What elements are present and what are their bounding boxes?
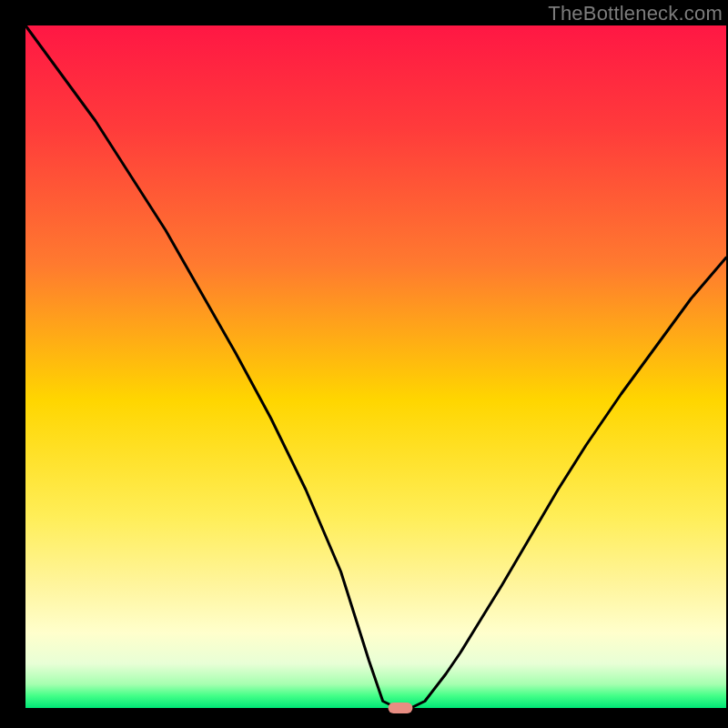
chart-container: TheBottleneck.com bbox=[0, 0, 728, 728]
min-marker bbox=[388, 703, 412, 713]
plot-background bbox=[25, 25, 726, 708]
bottleneck-chart bbox=[0, 0, 728, 728]
